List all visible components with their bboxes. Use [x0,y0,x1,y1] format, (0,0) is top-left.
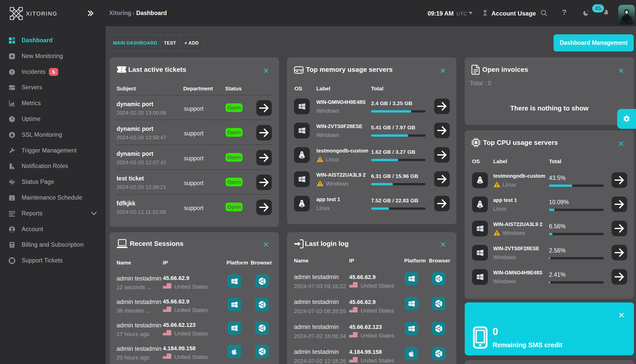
svg-text:31: 31 [11,198,13,200]
